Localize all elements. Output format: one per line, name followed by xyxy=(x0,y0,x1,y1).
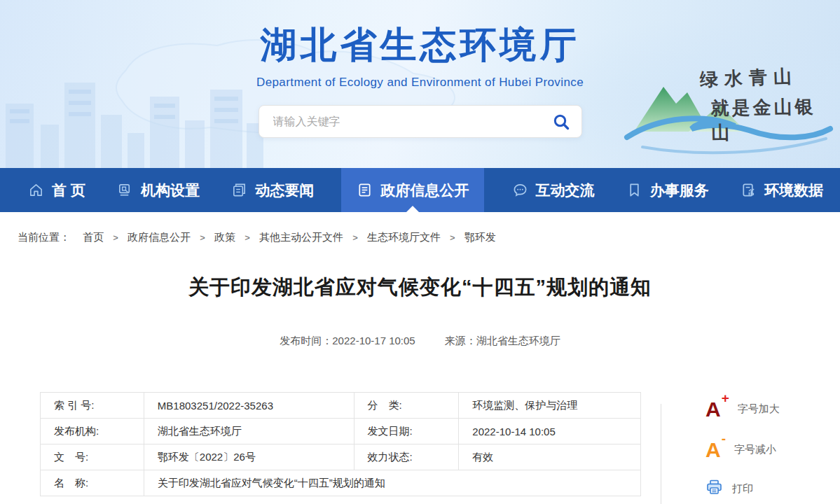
publish-info: 发布时间：2022-10-17 10:05来源：湖北省生态环境厅 xyxy=(0,335,840,348)
nav-item-interaction[interactable]: 互动交流 xyxy=(508,168,599,212)
document-meta-table: 索 引 号: MB1803251/2022-35263 分 类: 环境监测、保护… xyxy=(40,392,641,496)
font-decrease-label: 字号减小 xyxy=(734,443,776,456)
publish-time: 2022-10-17 10:05 xyxy=(332,335,415,346)
data-icon xyxy=(741,182,757,198)
breadcrumb: 当前位置： 首页 > 政府信息公开 > 政策 > 其他主动公开文件 > 生态环境… xyxy=(0,212,840,244)
print-button[interactable]: 打印 xyxy=(705,479,780,498)
breadcrumb-label: 当前位置： xyxy=(18,231,70,243)
meta-value-validity: 有效 xyxy=(459,444,641,470)
breadcrumb-item-policy[interactable]: 政策 xyxy=(214,231,235,243)
nav-item-home[interactable]: 首 页 xyxy=(24,168,90,212)
org-icon xyxy=(117,182,133,198)
main-nav: 首 页 机构设置 动态要闻 政府信息公开 互动交流 xyxy=(0,168,840,212)
table-row: 索 引 号: MB1803251/2022-35263 分 类: 环境监测、保护… xyxy=(41,393,641,419)
meta-value-name: 关于印发湖北省应对气候变化“十四五”规划的通知 xyxy=(144,470,640,496)
breadcrumb-separator: > xyxy=(450,232,455,243)
table-row: 文 号: 鄂环发〔2022〕26号 效力状态: 有效 xyxy=(41,444,641,470)
nav-item-label: 环境数据 xyxy=(764,181,823,200)
nav-item-label: 机构设置 xyxy=(141,181,200,200)
nav-item-env-data[interactable]: 环境数据 xyxy=(736,168,827,212)
publish-time-label: 发布时间： xyxy=(280,335,332,346)
side-tools: A+ 字号加大 A- 字号减小 打印 xyxy=(705,398,780,498)
meta-label-category: 分 类: xyxy=(354,393,459,419)
font-increase-label: 字号加大 xyxy=(738,402,780,416)
bookmark-icon xyxy=(626,182,642,198)
table-row: 发布机构: 湖北省生态环境厅 发文日期: 2022-10-14 10:05 xyxy=(41,419,641,444)
font-increase-icon: A+ xyxy=(705,398,729,420)
article-title: 关于印发湖北省应对气候变化“十四五”规划的通知 xyxy=(0,274,840,302)
meta-label-index-no: 索 引 号: xyxy=(41,393,144,419)
meta-label-name: 名 称: xyxy=(41,470,144,496)
nav-item-info-disclosure[interactable]: 政府信息公开 xyxy=(341,168,484,212)
meta-value-category: 环境监测、保护与治理 xyxy=(459,393,641,419)
side-divider xyxy=(661,404,661,504)
nav-item-news[interactable]: 动态要闻 xyxy=(227,168,318,212)
breadcrumb-separator: > xyxy=(113,232,118,243)
search-box xyxy=(259,105,582,138)
breadcrumb-separator: > xyxy=(352,232,358,243)
nav-item-services[interactable]: 办事服务 xyxy=(622,168,713,212)
nav-item-label: 政府信息公开 xyxy=(380,181,469,200)
meta-value-index-no: MB1803251/2022-35263 xyxy=(144,393,354,419)
info-disclosure-icon xyxy=(357,182,373,198)
nav-item-label: 首 页 xyxy=(52,181,85,200)
meta-value-issue-date: 2022-10-14 10:05 xyxy=(459,419,641,444)
nav-item-org[interactable]: 机构设置 xyxy=(113,168,204,212)
breadcrumb-item-info-disclosure[interactable]: 政府信息公开 xyxy=(128,231,191,243)
news-icon xyxy=(231,182,247,198)
breadcrumb-item-ehuanfa[interactable]: 鄂环发 xyxy=(464,231,496,243)
meta-value-publisher: 湖北省生态环境厅 xyxy=(144,419,354,444)
meta-label-publisher: 发布机构: xyxy=(41,419,144,444)
search-icon[interactable] xyxy=(552,113,570,131)
site-subtitle: Department of Ecology and Environment of… xyxy=(0,76,840,90)
site-header: 湖北省生态环境厅 Department of Ecology and Envir… xyxy=(0,0,840,168)
page: 湖北省生态环境厅 Department of Ecology and Envir… xyxy=(0,0,840,504)
source: 湖北省生态环境厅 xyxy=(476,335,560,346)
print-label: 打印 xyxy=(732,482,753,496)
font-increase-button[interactable]: A+ 字号加大 xyxy=(705,398,780,420)
table-row: 名 称: 关于印发湖北省应对气候变化“十四五”规划的通知 xyxy=(41,470,641,496)
font-decrease-icon: A- xyxy=(705,438,725,461)
meta-value-doc-no: 鄂环发〔2022〕26号 xyxy=(144,444,354,470)
meta-label-doc-no: 文 号: xyxy=(41,444,144,470)
meta-label-issue-date: 发文日期: xyxy=(354,419,459,444)
breadcrumb-separator: > xyxy=(200,232,205,243)
nav-item-label: 互动交流 xyxy=(536,181,595,200)
breadcrumb-item-home[interactable]: 首页 xyxy=(83,231,104,243)
nav-item-label: 办事服务 xyxy=(650,181,709,200)
breadcrumb-item-dept-docs[interactable]: 生态环境厅文件 xyxy=(367,231,441,243)
search-input[interactable] xyxy=(273,115,552,128)
home-icon xyxy=(28,182,44,198)
chat-icon xyxy=(512,182,528,198)
font-decrease-button[interactable]: A- 字号减小 xyxy=(705,438,780,461)
source-label: 来源： xyxy=(445,335,476,346)
breadcrumb-item-other-docs[interactable]: 其他主动公开文件 xyxy=(259,231,343,243)
meta-label-validity: 效力状态: xyxy=(354,444,459,470)
breadcrumb-separator: > xyxy=(245,232,250,243)
site-title: 湖北省生态环境厅 xyxy=(0,21,840,70)
nav-item-label: 动态要闻 xyxy=(255,181,314,200)
printer-icon xyxy=(705,479,723,498)
